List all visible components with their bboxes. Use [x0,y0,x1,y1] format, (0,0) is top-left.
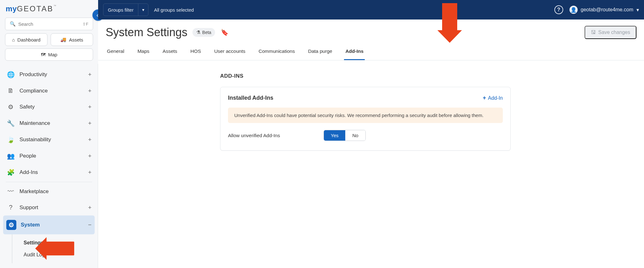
plus-icon: + [483,95,486,101]
expand-icon[interactable]: + [88,136,92,143]
user-menu[interactable]: 👤 geotab@route4me.com ▾ [569,6,639,14]
sidebar-item-maintenance[interactable]: 🔧Maintenance+ [3,115,95,131]
assets-button[interactable]: 🚚Assets [51,33,93,46]
chevron-down-icon: ▾ [138,4,148,16]
toggle-no[interactable]: No [345,130,365,141]
sidebar-item-productivity[interactable]: 🌐Productivity+ [3,66,95,83]
expand-icon[interactable]: + [88,103,92,110]
allow-unverified-row: Allow unverified Add-Ins Yes No [228,130,503,141]
dashboard-button[interactable]: ⌂Dashboard [5,33,47,46]
chevron-down-icon: ▾ [636,7,639,13]
expand-icon[interactable]: + [88,87,92,94]
map-icon: 🗺 [41,52,46,57]
search-icon: 🔍 [10,21,16,27]
sidebar-item-system[interactable]: ⚙System− [3,215,95,234]
sidebar-item-sustainability[interactable]: 🍃Sustainability+ [3,131,95,148]
section-title: ADD-INS [220,73,644,79]
beta-chip[interactable]: ⚗Beta [192,28,215,37]
tab-maps[interactable]: Maps [136,44,151,60]
card-title: Installed Add-Ins [228,95,273,101]
tab-communications[interactable]: Communications [257,44,296,60]
content-area: ADD-INS Installed Add-Ins +Add-In Unveri… [98,60,644,268]
sidebar-item-addins[interactable]: 🧩Add-Ins+ [3,164,95,181]
groups-filter-dropdown[interactable]: Groups filter ▾ [103,3,148,16]
user-avatar-icon: 👤 [569,6,578,14]
nav-divider [6,182,92,182]
people-icon: 👥 [6,152,15,160]
marketplace-icon: 〰 [6,188,15,195]
allow-unverified-toggle[interactable]: Yes No [324,130,366,141]
home-icon: ⌂ [12,37,15,42]
security-warning: Unverified Add-Ins could have potential … [228,108,503,123]
expand-icon[interactable]: + [88,71,92,78]
doc-icon: 🗎 [6,87,15,94]
sidebar-item-safety[interactable]: ⚙Safety+ [3,99,95,115]
annotation-arrow-left [46,242,74,255]
expand-icon[interactable]: + [88,204,92,211]
tab-data-purge[interactable]: Data purge [307,44,334,60]
page-title: System Settings [106,26,187,39]
groups-selection-text: All groups selected [154,7,194,13]
sidebar-item-marketplace[interactable]: 〰Marketplace [3,183,95,199]
sidebar-item-people[interactable]: 👥People+ [3,148,95,164]
add-addin-button[interactable]: +Add-In [483,95,503,101]
sidebar: myGEOTAB™ « 🔍 ⇧F ⌂Dashboard 🚚Assets 🗺Map… [0,0,98,268]
toggle-yes[interactable]: Yes [324,130,345,141]
tab-assets[interactable]: Assets [161,44,179,60]
page-header: System Settings ⚗Beta 🔖 🖫Save changes [98,20,644,44]
wrench-icon: 🔧 [6,120,15,127]
nav-list: 🌐Productivity+ 🗎Compliance+ ⚙Safety+ 🔧Ma… [0,64,98,268]
expand-icon[interactable]: + [88,120,92,127]
question-icon: ? [557,7,560,13]
brand-logo[interactable]: myGEOTAB™ [0,0,98,18]
annotation-arrow-down [442,3,457,31]
collapse-icon[interactable]: − [88,221,92,228]
save-icon: 🖫 [591,30,596,35]
allow-unverified-label: Allow unverified Add-Ins [228,133,324,138]
tab-addins[interactable]: Add-Ins [344,44,365,60]
expand-icon[interactable]: + [88,169,92,176]
truck-icon: 🚚 [60,37,66,42]
search-shortcut: ⇧F [82,22,88,26]
globe-icon: 🌐 [6,71,15,78]
map-button[interactable]: 🗺Map [5,48,93,61]
save-changes-button[interactable]: 🖫Save changes [585,26,636,39]
help-icon: ? [6,204,15,211]
bookmark-button[interactable]: 🔖 [221,29,229,36]
map-label: Map [48,52,57,57]
brand-part1: my [6,4,17,13]
tab-general[interactable]: General [106,44,125,60]
puzzle-icon: 🧩 [6,169,15,176]
flask-icon: ⚗ [196,30,200,35]
groups-filter-label: Groups filter [103,7,138,13]
topbar: Groups filter ▾ All groups selected ? 👤 … [98,0,644,20]
sidebar-item-support[interactable]: ?Support+ [3,199,95,215]
dashboard-label: Dashboard [17,37,40,42]
brand-part2: GEOTAB [17,4,53,13]
expand-icon[interactable]: + [88,153,92,159]
search-input[interactable] [18,21,82,27]
tab-hos[interactable]: HOS [189,44,203,60]
gear-icon: ⚙ [6,220,16,230]
tab-user-accounts[interactable]: User accounts [213,44,247,60]
safety-icon: ⚙ [6,103,15,111]
leaf-icon: 🍃 [6,136,15,143]
search-box[interactable]: 🔍 ⇧F [5,18,93,30]
help-button[interactable]: ? [554,5,563,14]
sidebar-item-compliance[interactable]: 🗎Compliance+ [3,83,95,99]
user-email: geotab@route4me.com [581,7,633,13]
brand-tm: ™ [53,4,56,8]
assets-label: Assets [69,37,83,42]
main: Groups filter ▾ All groups selected ? 👤 … [98,0,644,268]
installed-addins-card: Installed Add-Ins +Add-In Unverified Add… [220,87,511,151]
tabs: General Maps Assets HOS User accounts Co… [98,44,644,60]
